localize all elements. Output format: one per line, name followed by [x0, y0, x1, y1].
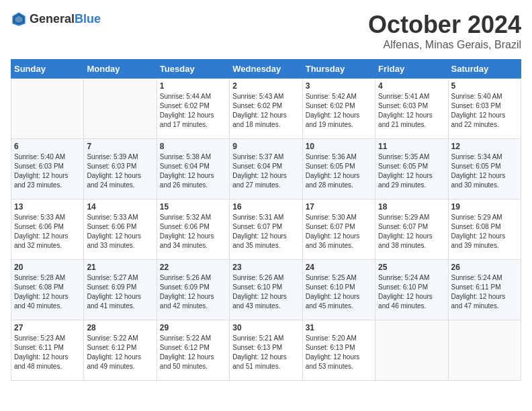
calendar-cell: 16Sunrise: 5:31 AM Sunset: 6:07 PM Dayli…	[230, 199, 302, 260]
day-info: Sunrise: 5:31 AM Sunset: 6:07 PM Dayligh…	[232, 213, 299, 250]
day-number: 31	[306, 323, 372, 332]
logo-blue: Blue	[75, 12, 101, 26]
calendar-cell: 12Sunrise: 5:34 AM Sunset: 6:05 PM Dayli…	[448, 139, 521, 199]
weekday-header: Sunday	[11, 60, 84, 79]
day-info: Sunrise: 5:33 AM Sunset: 6:06 PM Dayligh…	[14, 213, 81, 250]
day-info: Sunrise: 5:35 AM Sunset: 6:05 PM Dayligh…	[378, 152, 445, 190]
day-info: Sunrise: 5:40 AM Sunset: 6:03 PM Dayligh…	[451, 92, 518, 130]
day-info: Sunrise: 5:26 AM Sunset: 6:10 PM Dayligh…	[232, 273, 299, 311]
calendar-cell: 27Sunrise: 5:23 AM Sunset: 6:11 PM Dayli…	[11, 320, 84, 381]
day-number: 22	[160, 263, 226, 272]
day-info: Sunrise: 5:43 AM Sunset: 6:02 PM Dayligh…	[232, 92, 299, 130]
calendar-cell	[448, 320, 521, 381]
calendar-cell: 5Sunrise: 5:40 AM Sunset: 6:03 PM Daylig…	[448, 79, 521, 139]
day-number: 8	[160, 142, 226, 151]
day-number: 15	[160, 202, 226, 212]
day-number: 23	[232, 263, 299, 272]
calendar-cell: 30Sunrise: 5:21 AM Sunset: 6:13 PM Dayli…	[230, 320, 302, 381]
day-number: 13	[14, 202, 81, 212]
day-info: Sunrise: 5:27 AM Sunset: 6:09 PM Dayligh…	[87, 273, 153, 311]
day-info: Sunrise: 5:44 AM Sunset: 6:02 PM Dayligh…	[160, 92, 226, 130]
calendar-cell: 28Sunrise: 5:22 AM Sunset: 6:12 PM Dayli…	[84, 320, 157, 381]
weekday-header: Saturday	[448, 60, 521, 79]
calendar-cell: 15Sunrise: 5:32 AM Sunset: 6:06 PM Dayli…	[157, 199, 229, 260]
calendar-week-row: 13Sunrise: 5:33 AM Sunset: 6:06 PM Dayli…	[11, 199, 521, 260]
day-number: 4	[378, 81, 445, 91]
day-number: 5	[451, 81, 518, 91]
day-info: Sunrise: 5:36 AM Sunset: 6:05 PM Dayligh…	[306, 152, 372, 190]
logo-text: GeneralBlue	[30, 12, 101, 26]
day-number: 30	[232, 323, 299, 332]
day-info: Sunrise: 5:26 AM Sunset: 6:09 PM Dayligh…	[160, 273, 226, 311]
calendar-cell: 6Sunrise: 5:40 AM Sunset: 6:03 PM Daylig…	[11, 139, 84, 199]
day-info: Sunrise: 5:33 AM Sunset: 6:06 PM Dayligh…	[87, 213, 153, 250]
month-title: October 2024	[368, 11, 521, 39]
page-header: GeneralBlue October 2024 Alfenas, Minas …	[11, 11, 521, 51]
day-number: 29	[160, 323, 226, 332]
calendar-cell: 26Sunrise: 5:24 AM Sunset: 6:11 PM Dayli…	[448, 260, 521, 320]
day-number: 17	[306, 202, 372, 212]
day-info: Sunrise: 5:24 AM Sunset: 6:11 PM Dayligh…	[451, 273, 518, 311]
calendar-cell	[11, 79, 84, 139]
calendar-cell: 3Sunrise: 5:42 AM Sunset: 6:02 PM Daylig…	[302, 79, 375, 139]
calendar-cell: 24Sunrise: 5:25 AM Sunset: 6:10 PM Dayli…	[302, 260, 375, 320]
calendar-cell: 14Sunrise: 5:33 AM Sunset: 6:06 PM Dayli…	[84, 199, 157, 260]
day-number: 24	[306, 263, 372, 272]
calendar-week-row: 20Sunrise: 5:28 AM Sunset: 6:08 PM Dayli…	[11, 260, 521, 320]
calendar-cell: 2Sunrise: 5:43 AM Sunset: 6:02 PM Daylig…	[230, 79, 302, 139]
weekday-header: Tuesday	[157, 60, 229, 79]
calendar-cell: 23Sunrise: 5:26 AM Sunset: 6:10 PM Dayli…	[230, 260, 302, 320]
calendar-cell: 4Sunrise: 5:41 AM Sunset: 6:03 PM Daylig…	[375, 79, 448, 139]
day-number: 14	[87, 202, 153, 212]
day-info: Sunrise: 5:39 AM Sunset: 6:03 PM Dayligh…	[87, 152, 153, 190]
day-number: 6	[14, 142, 81, 151]
logo-general: General	[30, 12, 75, 26]
calendar-header: SundayMondayTuesdayWednesdayThursdayFrid…	[11, 60, 521, 79]
day-number: 3	[306, 81, 372, 91]
day-info: Sunrise: 5:24 AM Sunset: 6:10 PM Dayligh…	[378, 273, 445, 311]
day-info: Sunrise: 5:22 AM Sunset: 6:12 PM Dayligh…	[160, 334, 226, 371]
day-number: 20	[14, 263, 81, 272]
day-number: 1	[160, 81, 226, 91]
day-number: 27	[14, 323, 81, 332]
calendar-cell: 25Sunrise: 5:24 AM Sunset: 6:10 PM Dayli…	[375, 260, 448, 320]
day-info: Sunrise: 5:40 AM Sunset: 6:03 PM Dayligh…	[14, 152, 81, 190]
day-info: Sunrise: 5:38 AM Sunset: 6:04 PM Dayligh…	[160, 152, 226, 190]
day-info: Sunrise: 5:37 AM Sunset: 6:04 PM Dayligh…	[232, 152, 299, 190]
day-number: 16	[232, 202, 299, 212]
calendar-cell: 7Sunrise: 5:39 AM Sunset: 6:03 PM Daylig…	[84, 139, 157, 199]
calendar-cell: 29Sunrise: 5:22 AM Sunset: 6:12 PM Dayli…	[157, 320, 229, 381]
calendar-week-row: 1Sunrise: 5:44 AM Sunset: 6:02 PM Daylig…	[11, 79, 521, 139]
day-info: Sunrise: 5:22 AM Sunset: 6:12 PM Dayligh…	[87, 334, 153, 371]
calendar-cell: 13Sunrise: 5:33 AM Sunset: 6:06 PM Dayli…	[11, 199, 84, 260]
day-info: Sunrise: 5:34 AM Sunset: 6:05 PM Dayligh…	[451, 152, 518, 190]
day-info: Sunrise: 5:28 AM Sunset: 6:08 PM Dayligh…	[14, 273, 81, 311]
location-title: Alfenas, Minas Gerais, Brazil	[368, 39, 521, 51]
calendar-body: 1Sunrise: 5:44 AM Sunset: 6:02 PM Daylig…	[11, 79, 521, 381]
day-info: Sunrise: 5:21 AM Sunset: 6:13 PM Dayligh…	[232, 334, 299, 371]
day-number: 10	[306, 142, 372, 151]
day-info: Sunrise: 5:20 AM Sunset: 6:13 PM Dayligh…	[306, 334, 372, 371]
day-number: 26	[451, 263, 518, 272]
calendar-cell: 22Sunrise: 5:26 AM Sunset: 6:09 PM Dayli…	[157, 260, 229, 320]
day-info: Sunrise: 5:30 AM Sunset: 6:07 PM Dayligh…	[306, 213, 372, 250]
calendar-week-row: 27Sunrise: 5:23 AM Sunset: 6:11 PM Dayli…	[11, 320, 521, 381]
calendar-cell: 21Sunrise: 5:27 AM Sunset: 6:09 PM Dayli…	[84, 260, 157, 320]
calendar-cell: 19Sunrise: 5:29 AM Sunset: 6:08 PM Dayli…	[448, 199, 521, 260]
day-info: Sunrise: 5:23 AM Sunset: 6:11 PM Dayligh…	[14, 334, 81, 371]
weekday-header: Monday	[84, 60, 157, 79]
day-info: Sunrise: 5:32 AM Sunset: 6:06 PM Dayligh…	[160, 213, 226, 250]
calendar-week-row: 6Sunrise: 5:40 AM Sunset: 6:03 PM Daylig…	[11, 139, 521, 199]
day-number: 28	[87, 323, 153, 332]
header-row: SundayMondayTuesdayWednesdayThursdayFrid…	[11, 60, 521, 79]
title-block: October 2024 Alfenas, Minas Gerais, Braz…	[368, 11, 521, 51]
logo-icon	[11, 11, 27, 27]
logo: GeneralBlue	[11, 11, 101, 27]
day-number: 21	[87, 263, 153, 272]
weekday-header: Wednesday	[230, 60, 302, 79]
calendar-cell	[84, 79, 157, 139]
day-number: 12	[451, 142, 518, 151]
day-info: Sunrise: 5:41 AM Sunset: 6:03 PM Dayligh…	[378, 92, 445, 130]
day-number: 9	[232, 142, 299, 151]
calendar-cell: 11Sunrise: 5:35 AM Sunset: 6:05 PM Dayli…	[375, 139, 448, 199]
